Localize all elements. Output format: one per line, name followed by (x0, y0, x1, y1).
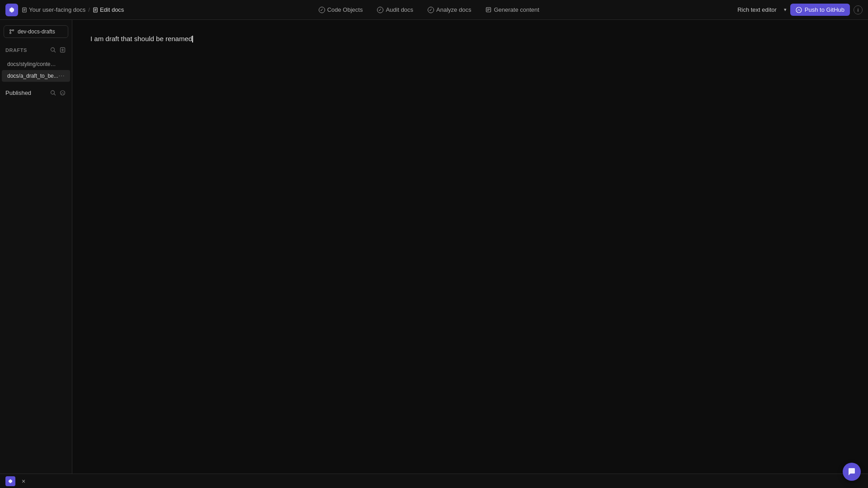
editor-body-text: I am draft that should be renamed (90, 35, 192, 42)
topbar-center: ✓ Code Objects ✓ Audit docs ✓ Analyze do… (316, 5, 542, 15)
drafts-search-button[interactable] (49, 46, 57, 54)
topbar-left: Your user-facing docs / Edit docs (5, 4, 124, 16)
topbar: Your user-facing docs / Edit docs ✓ Code… (0, 0, 868, 20)
edit-doc-icon (93, 7, 98, 13)
editor-area[interactable]: I am draft that should be renamed (72, 20, 868, 474)
svg-line-24 (54, 94, 56, 95)
draft-2-menu-icon[interactable]: ⋯ (58, 72, 65, 80)
doc-icon (22, 7, 27, 13)
published-github-icon (60, 90, 66, 96)
analyze-docs-icon: ✓ (428, 7, 434, 13)
text-cursor (192, 36, 193, 42)
github-icon (796, 7, 802, 13)
nav-code-objects-label: Code Objects (327, 6, 363, 13)
published-search-button[interactable] (49, 89, 57, 97)
main-content: dev-docs-drafts DRAFTS (0, 20, 868, 474)
nav-audit-docs[interactable]: ✓ Audit docs (374, 5, 416, 15)
breadcrumb-separator: / (88, 6, 90, 13)
topbar-right: Rich text editor ▾ Push to GitHub i (734, 4, 863, 16)
audit-docs-icon: ✓ (377, 7, 383, 13)
rich-text-editor-label: Rich text editor (737, 6, 777, 13)
draft-1-label: docs/styling/context... (7, 61, 58, 67)
nav-code-objects[interactable]: ✓ Code Objects (316, 5, 366, 15)
search-icon (50, 47, 56, 53)
published-search-icon (50, 90, 56, 96)
published-label: Published (5, 89, 31, 96)
nav-audit-docs-label: Audit docs (386, 6, 413, 13)
svg-point-12 (796, 7, 802, 13)
nav-analyze-docs-label: Analyze docs (436, 6, 471, 13)
drafts-actions (49, 46, 66, 54)
draft-2-label: docs/a_draft_to_be... (7, 73, 58, 79)
push-github-label: Push to GitHub (805, 6, 844, 13)
drafts-section-header: DRAFTS (0, 43, 72, 56)
repo-selector[interactable]: dev-docs-drafts (4, 25, 68, 38)
sidebar-item-draft-2[interactable]: docs/a_draft_to_be... ⋯ (2, 70, 70, 82)
drafts-add-button[interactable] (59, 46, 66, 54)
push-github-button[interactable]: Push to GitHub (790, 4, 850, 16)
sidebar-item-draft-1[interactable]: docs/styling/context... ⋯ (2, 58, 70, 70)
nav-analyze-docs[interactable]: ✓ Analyze docs (425, 5, 474, 15)
svg-point-13 (10, 30, 11, 31)
code-objects-icon: ✓ (319, 7, 325, 13)
info-button[interactable]: i (854, 5, 863, 14)
rich-text-editor-toggle[interactable]: Rich text editor (734, 5, 780, 15)
sidebar: dev-docs-drafts DRAFTS (0, 20, 72, 474)
published-actions (49, 89, 66, 97)
drafts-section-title: DRAFTS (5, 47, 27, 53)
breadcrumb-home-link[interactable]: Your user-facing docs (22, 6, 85, 13)
app-logo (5, 4, 18, 16)
breadcrumb-current-text: Edit docs (100, 6, 124, 13)
add-file-icon (60, 47, 66, 53)
svg-point-15 (13, 30, 14, 31)
chat-bubble-button[interactable] (843, 463, 861, 481)
breadcrumb: Your user-facing docs / Edit docs (22, 6, 124, 13)
nav-generate-content[interactable]: Generate content (483, 5, 542, 15)
bottom-bar: × (0, 474, 868, 488)
svg-point-14 (10, 33, 11, 34)
generate-content-icon (486, 7, 491, 13)
svg-line-19 (54, 51, 56, 52)
editor-text[interactable]: I am draft that should be renamed (90, 33, 497, 79)
published-github-button[interactable] (59, 89, 66, 97)
rich-text-editor-chevron[interactable]: ▾ (784, 7, 787, 13)
breadcrumb-current: Edit docs (93, 6, 124, 13)
bottom-logo (5, 476, 15, 486)
chat-icon (847, 467, 856, 476)
repo-icon (9, 28, 15, 35)
nav-generate-content-label: Generate content (494, 6, 539, 13)
close-button[interactable]: × (19, 477, 28, 486)
repo-name: dev-docs-drafts (18, 28, 55, 35)
published-section: Published (0, 85, 72, 100)
breadcrumb-home-text: Your user-facing docs (29, 6, 85, 13)
editor-content: I am draft that should be renamed (90, 33, 497, 79)
